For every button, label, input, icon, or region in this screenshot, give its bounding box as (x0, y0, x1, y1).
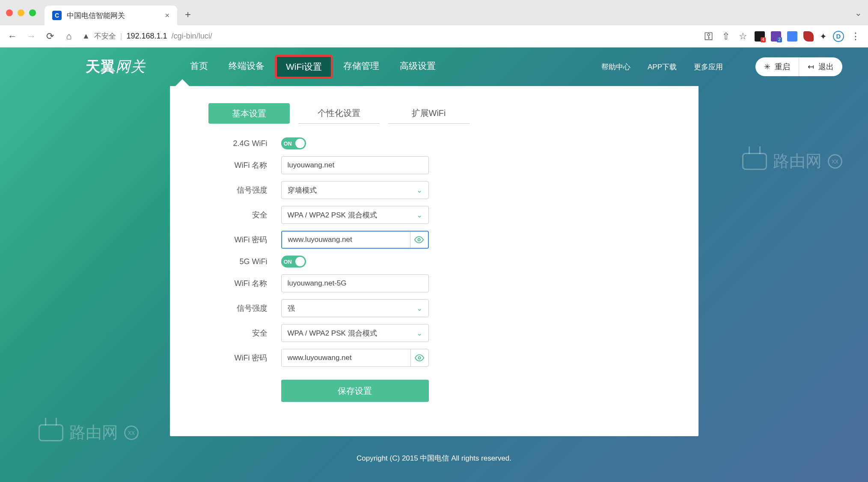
label-24g-password: WiFi 密码 (170, 235, 281, 245)
url-host: 192.168.1.1 (127, 32, 167, 41)
window-controls (6, 9, 36, 16)
toggle-on-text: ON (284, 259, 292, 265)
browser-tab[interactable]: C 中国电信智能网关 × (45, 6, 177, 25)
select-5g-signal[interactable]: 强 ⌄ (281, 299, 429, 317)
bookmark-icon[interactable]: ☆ (737, 31, 749, 42)
content-wrap: 基本设置 个性化设置 扩展WiFi 2.4G WiFi ON WiF (0, 86, 868, 436)
tab-basic[interactable]: 基本设置 (208, 103, 290, 124)
select-24g-signal[interactable]: 穿墙模式 ⌄ (281, 181, 429, 199)
logout-label: 退出 (818, 62, 834, 72)
content-panel: 基本设置 个性化设置 扩展WiFi 2.4G WiFi ON WiF (170, 86, 699, 436)
chevron-down-icon: ⌄ (416, 211, 422, 220)
insecure-icon: ▲ (82, 32, 90, 41)
extension-adblock-icon[interactable] (803, 31, 814, 42)
eye-icon[interactable] (410, 349, 428, 366)
forward-button: → (26, 31, 37, 42)
nav-wifi[interactable]: WiFi设置 (275, 55, 333, 79)
tab-title: 中国电信智能网关 (67, 11, 160, 21)
label-24g-signal: 信号强度 (170, 185, 281, 195)
sub-tabs: 基本设置 个性化设置 扩展WiFi (170, 103, 699, 124)
nav-storage[interactable]: 存储管理 (333, 55, 389, 79)
toggle-on-text: ON (284, 140, 292, 147)
restart-button[interactable]: ✳ 重启 (755, 57, 799, 76)
restart-label: 重启 (775, 62, 790, 72)
nav-advanced[interactable]: 高级设置 (389, 55, 446, 79)
tabs-overflow-icon[interactable]: ⌄ (855, 8, 862, 18)
close-window-button[interactable] (6, 9, 13, 16)
eye-icon[interactable] (410, 232, 428, 248)
logo-sub: 网关 (116, 57, 146, 77)
favicon-icon: C (52, 11, 62, 20)
svg-point-0 (418, 238, 420, 241)
menu-icon[interactable]: ⋮ (850, 31, 861, 42)
extension-2-icon[interactable] (771, 31, 781, 42)
new-tab-button[interactable]: + (185, 9, 191, 21)
browser-toolbar: ← → ⟳ ⌂ ▲ 不安全 | 192.168.1.1/cgi-bin/luci… (0, 25, 868, 48)
select-value: 强 (288, 303, 295, 313)
select-5g-security[interactable]: WPA / WPA2 PSK 混合模式 ⌄ (281, 324, 429, 342)
input-24g-password-wrap (281, 231, 429, 249)
select-value: 穿墙模式 (288, 185, 317, 195)
select-value: WPA / WPA2 PSK 混合模式 (288, 328, 377, 338)
logout-icon: ↤ (808, 62, 814, 71)
key-icon[interactable]: ⚿ (703, 31, 714, 42)
save-button[interactable]: 保存设置 (281, 380, 429, 402)
label-5g-name: WiFi 名称 (170, 278, 281, 289)
nav-devices[interactable]: 终端设备 (218, 55, 275, 79)
maximize-window-button[interactable] (29, 9, 36, 16)
footer-copyright: Copyright (C) 2015 中国电信 All rights reser… (0, 453, 868, 463)
select-value: WPA / WPA2 PSK 混合模式 (288, 210, 377, 220)
input-24g-name[interactable] (281, 156, 429, 174)
svg-point-1 (418, 357, 421, 359)
browser-tab-bar: C 中国电信智能网关 × + ⌄ (0, 0, 868, 25)
loading-icon: ✳ (764, 62, 770, 71)
tab-custom[interactable]: 个性化设置 (298, 103, 380, 124)
link-more-apps[interactable]: 更多应用 (694, 62, 723, 72)
input-5g-name[interactable] (281, 274, 429, 292)
link-help[interactable]: 帮助中心 (601, 62, 630, 72)
extension-1-icon[interactable] (755, 31, 765, 42)
logo-main: 天翼 (86, 57, 116, 77)
back-button[interactable]: ← (7, 31, 18, 42)
main-nav: 首页 终端设备 WiFi设置 存储管理 高级设置 (180, 55, 446, 79)
action-buttons: ✳ 重启 ↤ 退出 (755, 57, 842, 76)
top-links: 帮助中心 APP下载 更多应用 ✳ 重启 ↤ 退出 (601, 57, 842, 76)
tab-extend-wifi[interactable]: 扩展WiFi (388, 103, 470, 124)
toolbar-right: ⚿ ⇧ ☆ ✦ D ⋮ (703, 31, 861, 42)
close-tab-icon[interactable]: × (165, 11, 169, 20)
logo: 天翼网关 (86, 57, 146, 77)
logout-button[interactable]: ↤ 退出 (799, 57, 842, 76)
label-24g-security: 安全 (170, 210, 281, 220)
url-path: /cgi-bin/luci/ (172, 32, 212, 41)
insecure-label: 不安全 (94, 31, 116, 41)
toggle-knob (295, 139, 305, 148)
extension-translate-icon[interactable] (787, 31, 797, 42)
select-24g-security[interactable]: WPA / WPA2 PSK 混合模式 ⌄ (281, 206, 429, 224)
chevron-down-icon: ⌄ (416, 186, 422, 195)
toggle-24g[interactable]: ON (281, 137, 306, 149)
label-5g-signal: 信号强度 (170, 303, 281, 313)
page-body: 天翼网关 首页 终端设备 WiFi设置 存储管理 高级设置 帮助中心 APP下载… (0, 48, 868, 482)
address-bar[interactable]: ▲ 不安全 | 192.168.1.1/cgi-bin/luci/ (82, 31, 696, 41)
chevron-down-icon: ⌄ (416, 304, 422, 313)
toggle-knob (295, 257, 305, 266)
nav-arrow-indicator (175, 79, 189, 86)
label-5g-toggle: 5G WiFi (170, 257, 281, 266)
wifi-form: 2.4G WiFi ON WiFi 名称 信号强度 (170, 137, 699, 402)
chevron-down-icon: ⌄ (416, 329, 422, 338)
label-5g-security: 安全 (170, 328, 281, 338)
label-24g-name: WiFi 名称 (170, 160, 281, 170)
input-5g-password[interactable] (282, 349, 410, 366)
share-icon[interactable]: ⇧ (720, 31, 731, 42)
nav-home[interactable]: 首页 (180, 55, 218, 79)
home-button[interactable]: ⌂ (63, 31, 74, 42)
reload-button[interactable]: ⟳ (45, 31, 56, 42)
extensions-menu-icon[interactable]: ✦ (820, 31, 827, 42)
minimize-window-button[interactable] (18, 9, 24, 16)
top-nav: 天翼网关 首页 终端设备 WiFi设置 存储管理 高级设置 帮助中心 APP下载… (0, 48, 868, 86)
label-5g-password: WiFi 密码 (170, 353, 281, 363)
extension-profile-icon[interactable]: D (833, 31, 844, 42)
input-24g-password[interactable] (282, 232, 410, 248)
toggle-5g[interactable]: ON (281, 256, 306, 268)
link-app-download[interactable]: APP下载 (648, 62, 677, 72)
